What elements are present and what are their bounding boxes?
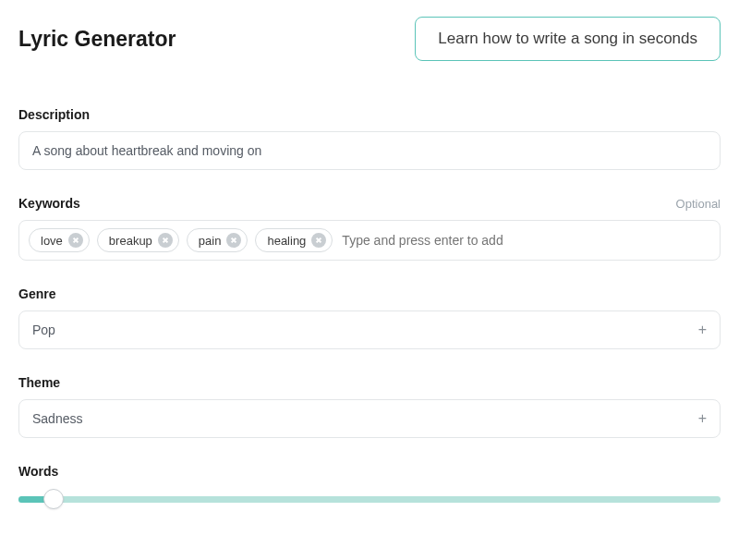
genre-field: Genre Pop + <box>18 286 721 349</box>
keyword-tag-label: pain <box>199 234 222 248</box>
keyword-tag: healing <box>255 228 333 252</box>
genre-label: Genre <box>18 286 55 301</box>
words-field: Words <box>18 464 721 510</box>
remove-tag-icon[interactable] <box>311 233 326 248</box>
keywords-field: Keywords Optional love breakup pain heal… <box>18 196 721 261</box>
keywords-input[interactable] <box>340 229 710 251</box>
keywords-label: Keywords <box>18 196 80 211</box>
keyword-tag-label: breakup <box>109 234 152 248</box>
theme-label: Theme <box>18 375 60 390</box>
description-label: Description <box>18 107 90 122</box>
keywords-optional-label: Optional <box>676 197 721 211</box>
description-field: Description <box>18 107 721 170</box>
theme-value: Sadness <box>32 411 82 426</box>
keyword-tag-label: healing <box>267 234 306 248</box>
keywords-tag-container[interactable]: love breakup pain healing <box>18 220 721 261</box>
keyword-tag: breakup <box>97 228 179 252</box>
words-label: Words <box>18 464 58 479</box>
genre-select[interactable]: Pop + <box>18 310 721 349</box>
description-input[interactable] <box>18 131 721 170</box>
keyword-tag-label: love <box>41 234 63 248</box>
theme-field: Theme Sadness + <box>18 375 721 438</box>
keyword-tag: pain <box>187 228 248 252</box>
remove-tag-icon[interactable] <box>158 233 173 248</box>
remove-tag-icon[interactable] <box>226 233 241 248</box>
header-row: Lyric Generator Learn how to write a son… <box>18 17 721 61</box>
genre-value: Pop <box>32 323 55 337</box>
words-slider[interactable] <box>18 488 721 510</box>
slider-thumb[interactable] <box>43 489 64 509</box>
theme-select[interactable]: Sadness + <box>18 399 721 438</box>
plus-icon: + <box>698 411 707 426</box>
plus-icon: + <box>698 323 707 337</box>
keyword-tag: love <box>29 228 90 252</box>
remove-tag-icon[interactable] <box>68 233 83 248</box>
page-title: Lyric Generator <box>18 27 176 52</box>
slider-track <box>18 496 721 503</box>
learn-how-button[interactable]: Learn how to write a song in seconds <box>415 17 721 61</box>
